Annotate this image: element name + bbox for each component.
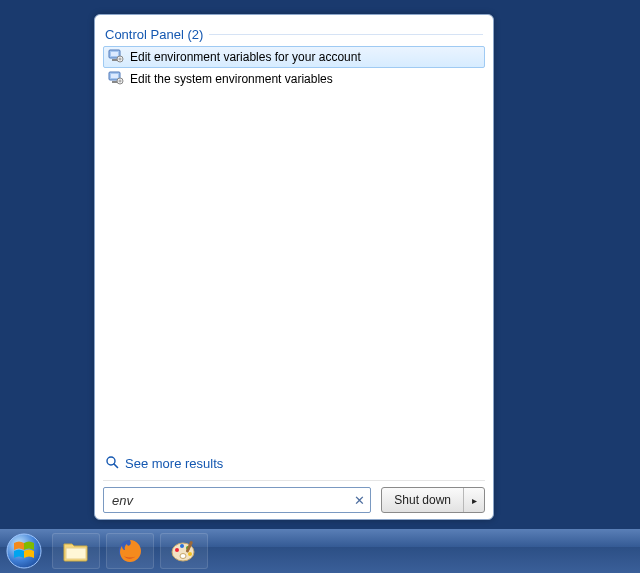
firefox-icon xyxy=(117,538,143,564)
magnifier-icon xyxy=(105,455,119,472)
result-item-label: Edit the system environment variables xyxy=(130,72,333,86)
result-item-label: Edit environment variables for your acco… xyxy=(130,50,361,64)
start-button[interactable] xyxy=(2,529,46,573)
clear-search-icon[interactable]: ✕ xyxy=(354,494,365,507)
svg-line-9 xyxy=(114,464,118,468)
svg-point-15 xyxy=(175,548,179,552)
svg-rect-5 xyxy=(111,74,118,78)
section-title: Control Panel (2) xyxy=(105,27,203,42)
taskbar-item-explorer[interactable] xyxy=(52,533,100,569)
windows-logo-icon xyxy=(6,533,42,569)
svg-rect-6 xyxy=(112,81,117,83)
search-input[interactable] xyxy=(103,487,371,513)
divider xyxy=(209,34,483,35)
result-item-system-env-vars[interactable]: Edit the system environment variables xyxy=(103,68,485,90)
results-list: Edit environment variables for your acco… xyxy=(103,44,485,90)
taskbar-item-paint[interactable] xyxy=(160,533,208,569)
divider xyxy=(103,480,485,481)
svg-point-14 xyxy=(180,554,186,559)
shutdown-split-button: Shut down ▸ xyxy=(381,487,485,513)
svg-point-16 xyxy=(180,544,184,548)
results-section-header: Control Panel (2) xyxy=(103,23,485,44)
svg-rect-11 xyxy=(66,548,86,559)
svg-point-18 xyxy=(188,552,192,556)
system-settings-icon xyxy=(108,70,124,89)
start-menu-bottom-row: ✕ Shut down ▸ xyxy=(103,487,485,513)
system-settings-icon xyxy=(108,48,124,67)
spacer xyxy=(103,90,485,449)
svg-rect-2 xyxy=(112,59,117,61)
shutdown-label: Shut down xyxy=(394,493,451,507)
start-menu-panel: Control Panel (2) Edit environment varia… xyxy=(94,14,494,520)
shutdown-options-button[interactable]: ▸ xyxy=(464,488,484,512)
search-wrap: ✕ xyxy=(103,487,371,513)
see-more-results-link[interactable]: See more results xyxy=(103,449,485,478)
paint-icon xyxy=(170,539,198,563)
taskbar xyxy=(0,529,640,573)
chevron-right-icon: ▸ xyxy=(472,495,477,506)
see-more-label: See more results xyxy=(125,456,223,471)
file-explorer-icon xyxy=(63,540,89,562)
svg-rect-1 xyxy=(111,52,118,56)
shutdown-button[interactable]: Shut down xyxy=(382,488,464,512)
taskbar-item-firefox[interactable] xyxy=(106,533,154,569)
result-item-user-env-vars[interactable]: Edit environment variables for your acco… xyxy=(103,46,485,68)
